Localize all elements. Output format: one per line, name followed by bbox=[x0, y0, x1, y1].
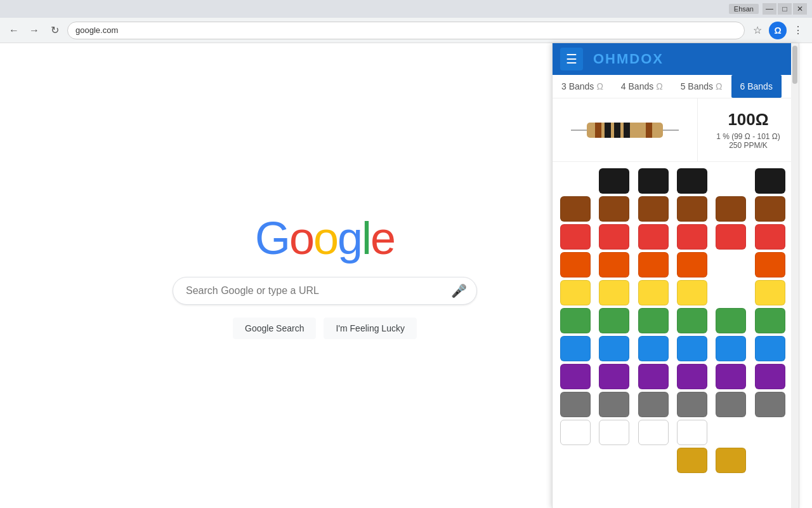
color-cell-white-3[interactable] bbox=[638, 420, 669, 445]
color-cell-gray-2[interactable] bbox=[599, 392, 629, 417]
color-cell-blue-5[interactable] bbox=[716, 336, 746, 361]
color-cell-black-4[interactable] bbox=[755, 168, 785, 194]
address-bar[interactable]: google.com bbox=[67, 22, 745, 39]
color-cell-green-4[interactable] bbox=[677, 308, 707, 333]
color-cell-orange-1[interactable] bbox=[560, 252, 591, 277]
color-cell-red-4[interactable] bbox=[677, 224, 707, 250]
color-cell-purple-3[interactable] bbox=[638, 364, 669, 389]
back-button[interactable]: ← bbox=[5, 22, 23, 39]
tab-4bands[interactable]: 4 Bands Ω bbox=[612, 75, 672, 98]
color-cell-empty-2 bbox=[716, 168, 746, 194]
minimize-button[interactable]: — bbox=[763, 3, 776, 15]
color-cell-blue-4[interactable] bbox=[677, 336, 707, 361]
color-cell-green-5[interactable] bbox=[716, 308, 746, 333]
color-cell-orange-3[interactable] bbox=[638, 252, 669, 277]
color-cell-brown-2[interactable] bbox=[599, 196, 629, 222]
color-cell-brown-5[interactable] bbox=[716, 196, 746, 222]
toolbar-right: ☆ Ω ⋮ bbox=[749, 22, 807, 39]
color-cell-brown-1[interactable] bbox=[560, 196, 591, 222]
color-cell-black-1[interactable] bbox=[599, 168, 629, 194]
color-cell-gray-1[interactable] bbox=[560, 392, 591, 417]
color-cell-purple-4[interactable] bbox=[677, 364, 707, 389]
color-cell-blue-3[interactable] bbox=[638, 336, 669, 361]
resistor-image-area bbox=[553, 98, 697, 161]
color-cell-yellow-1[interactable] bbox=[560, 280, 591, 305]
color-cell-white-1[interactable] bbox=[560, 420, 591, 445]
color-cell-red-3[interactable] bbox=[638, 224, 669, 250]
color-row-1 bbox=[555, 167, 796, 195]
popup-scrollbar-track[interactable] bbox=[791, 43, 799, 508]
color-cell-empty-g1 bbox=[560, 448, 591, 473]
color-row-5 bbox=[555, 279, 796, 307]
color-cell-empty-g3 bbox=[638, 448, 669, 473]
ohmdox-extension-icon[interactable]: Ω bbox=[769, 22, 787, 39]
forward-button[interactable]: → bbox=[25, 22, 43, 39]
color-cell-blue-1[interactable] bbox=[560, 336, 591, 361]
color-cell-yellow-4[interactable] bbox=[677, 280, 707, 305]
color-cell-gray-4[interactable] bbox=[677, 392, 707, 417]
chrome-toolbar: ← → ↻ google.com ☆ Ω ⋮ bbox=[0, 18, 812, 43]
color-cell-green-2[interactable] bbox=[599, 308, 629, 333]
popup-scrollbar-thumb[interactable] bbox=[792, 46, 797, 84]
color-cell-brown-6[interactable] bbox=[755, 196, 785, 222]
color-cell-blue-6[interactable] bbox=[755, 336, 785, 361]
maximize-button[interactable]: □ bbox=[778, 3, 792, 15]
color-cell-gray-6[interactable] bbox=[755, 392, 785, 417]
google-logo: Google bbox=[255, 212, 395, 264]
color-row-6 bbox=[555, 307, 796, 335]
tab-5bands[interactable]: 5 Bands Ω bbox=[672, 75, 731, 98]
close-button[interactable]: ✕ bbox=[793, 3, 807, 15]
color-row-8 bbox=[555, 363, 796, 391]
tab-3bands[interactable]: 3 Bands Ω bbox=[553, 75, 612, 98]
color-cell-green-1[interactable] bbox=[560, 308, 591, 333]
chrome-menu-icon[interactable]: ⋮ bbox=[789, 22, 807, 39]
color-row-10 bbox=[555, 418, 796, 446]
google-search-button[interactable]: Google Search bbox=[233, 318, 316, 339]
color-cell-gold-2[interactable] bbox=[716, 448, 746, 473]
bookmark-icon[interactable]: ☆ bbox=[749, 22, 766, 39]
color-cell-brown-4[interactable] bbox=[677, 196, 707, 222]
search-input[interactable] bbox=[173, 277, 477, 305]
color-cell-red-5[interactable] bbox=[716, 224, 746, 250]
tab-6bands-label: 6 Bands bbox=[740, 81, 773, 91]
color-cell-blue-2[interactable] bbox=[599, 336, 629, 361]
color-cell-orange-2[interactable] bbox=[599, 252, 629, 277]
color-cell-red-2[interactable] bbox=[599, 224, 629, 250]
search-container: 🎤 bbox=[173, 277, 477, 305]
color-cell-purple-2[interactable] bbox=[599, 364, 629, 389]
reload-button[interactable]: ↻ bbox=[46, 22, 63, 39]
ohmdox-popup: ☰ OHMDOX 3 Bands Ω 4 Bands Ω 5 Bands Ω 6… bbox=[552, 43, 799, 508]
feeling-lucky-button[interactable]: I'm Feeling Lucky bbox=[324, 318, 417, 339]
color-cell-empty-w1 bbox=[716, 420, 746, 445]
color-cell-green-6[interactable] bbox=[755, 308, 785, 333]
color-cell-yellow-6[interactable] bbox=[755, 280, 785, 305]
omega-icon-4: Ω bbox=[656, 81, 662, 91]
color-cell-gold-1[interactable] bbox=[677, 448, 707, 473]
popup-menu-button[interactable]: ☰ bbox=[560, 48, 583, 70]
color-cell-red-1[interactable] bbox=[560, 224, 591, 250]
tab-6bands[interactable]: 6 Bands bbox=[731, 75, 782, 98]
microphone-icon[interactable]: 🎤 bbox=[451, 283, 467, 298]
color-cell-green-3[interactable] bbox=[638, 308, 669, 333]
search-buttons: Google Search I'm Feeling Lucky bbox=[233, 318, 417, 339]
color-cell-red-6[interactable] bbox=[755, 224, 785, 250]
color-cell-white-4[interactable] bbox=[677, 420, 707, 445]
color-cell-gray-5[interactable] bbox=[716, 392, 746, 417]
svg-rect-3 bbox=[595, 123, 601, 138]
color-cell-brown-3[interactable] bbox=[638, 196, 669, 222]
color-cell-black-2[interactable] bbox=[638, 168, 669, 194]
color-cell-purple-1[interactable] bbox=[560, 364, 591, 389]
color-cell-yellow-2[interactable] bbox=[599, 280, 629, 305]
color-row-4 bbox=[555, 251, 796, 279]
color-cell-purple-5[interactable] bbox=[716, 364, 746, 389]
color-cell-black-3[interactable] bbox=[677, 168, 707, 194]
color-cell-white-2[interactable] bbox=[599, 420, 629, 445]
svg-rect-4 bbox=[605, 123, 611, 138]
color-cell-gray-3[interactable] bbox=[638, 392, 669, 417]
color-cell-purple-6[interactable] bbox=[755, 364, 785, 389]
main-content: Google 🎤 Google Search I'm Feeling Lucky… bbox=[0, 43, 812, 508]
color-cell-orange-6[interactable] bbox=[755, 252, 785, 277]
color-row-3 bbox=[555, 223, 796, 251]
color-cell-orange-4[interactable] bbox=[677, 252, 707, 277]
color-cell-yellow-3[interactable] bbox=[638, 280, 669, 305]
